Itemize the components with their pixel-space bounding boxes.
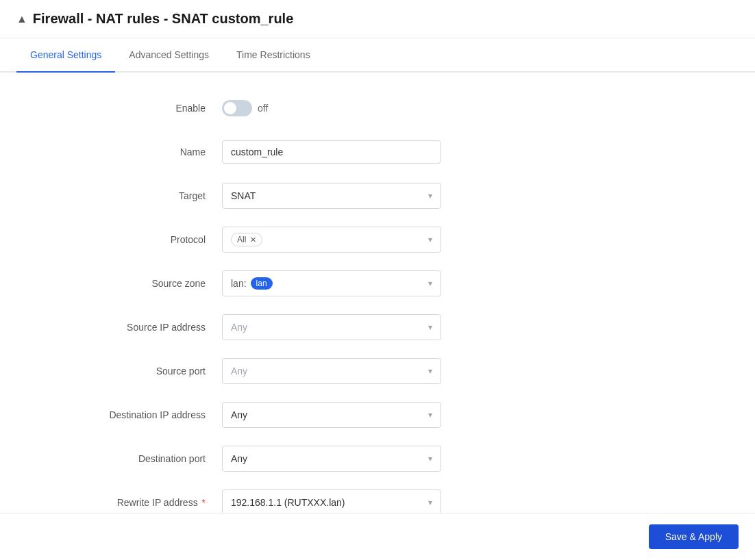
source-ip-select-wrapper: Any ▾ [222,314,441,340]
page-header: ▲ Firewall - NAT rules - SNAT custom_rul… [0,0,755,38]
rewrite-ip-label: Rewrite IP address * [16,497,222,508]
source-ip-control: Any ▾ [222,314,441,340]
tabs-container: General Settings Advanced Settings Time … [0,38,755,73]
protocol-chevron-icon: ▾ [428,235,432,244]
enable-toggle-wrapper: off [222,100,441,116]
source-port-label: Source port [16,366,222,377]
rewrite-ip-value: 192.168.1.1 (RUTXXX.lan) [231,497,345,508]
rewrite-ip-control: 192.168.1.1 (RUTXXX.lan) ▾ [222,489,441,516]
name-row: Name [16,138,600,166]
rewrite-ip-row: Rewrite IP address * 192.168.1.1 (RUTXXX… [16,489,600,516]
enable-toggle[interactable] [222,100,252,116]
source-zone-prefix: lan: [231,278,247,289]
dest-port-label: Destination port [16,453,222,464]
source-ip-value: Any [231,322,247,333]
target-row: Target SNAT ▾ [16,182,600,209]
source-port-row: Source port Any ▾ [16,357,600,385]
protocol-tag-label: All [237,235,246,244]
protocol-value: All ✕ [231,233,262,246]
required-asterisk: * [199,497,206,508]
name-control [222,140,441,164]
rewrite-ip-select-wrapper: 192.168.1.1 (RUTXXX.lan) ▾ [222,489,441,516]
protocol-row: Protocol All ✕ ▾ [16,226,600,253]
dest-port-chevron-icon: ▾ [428,454,432,463]
protocol-select-wrapper: All ✕ ▾ [222,227,441,253]
source-zone-tag: lan [251,277,273,290]
name-label: Name [16,147,222,157]
protocol-tag: All ✕ [231,233,262,246]
dest-port-select[interactable]: Any ▾ [222,446,441,472]
target-label: Target [16,190,222,201]
dest-port-row: Destination port Any ▾ [16,445,600,472]
protocol-tag-close[interactable]: ✕ [250,236,256,244]
source-zone-label: Source zone [16,278,222,289]
enable-status: off [258,103,268,114]
source-ip-label: Source IP address [16,322,222,333]
dest-ip-control: Any ▾ [222,402,441,428]
collapse-icon[interactable]: ▲ [16,13,27,25]
rewrite-ip-select[interactable]: 192.168.1.1 (RUTXXX.lan) ▾ [222,489,441,516]
source-zone-value: lan: lan [231,277,273,290]
enable-row: Enable off [16,94,600,122]
tab-general-settings[interactable]: General Settings [16,38,115,73]
save-apply-button[interactable]: Save & Apply [649,524,739,549]
source-port-control: Any ▾ [222,358,441,384]
source-ip-row: Source IP address Any ▾ [16,314,600,341]
page-title: Firewall - NAT rules - SNAT custom_rule [33,11,293,27]
name-input[interactable] [222,140,441,164]
source-zone-select-wrapper: lan: lan ▾ [222,270,441,296]
protocol-select[interactable]: All ✕ ▾ [222,227,441,253]
enable-control: off [222,100,441,116]
target-select-wrapper: SNAT ▾ [222,183,441,209]
source-zone-row: Source zone lan: lan ▾ [16,270,600,297]
dest-port-select-wrapper: Any ▾ [222,446,441,472]
dest-ip-chevron-icon: ▾ [428,410,432,420]
dest-ip-select[interactable]: Any ▾ [222,402,441,428]
dest-port-control: Any ▾ [222,446,441,472]
rewrite-ip-chevron-icon: ▾ [428,498,432,507]
dest-port-value: Any [231,453,247,464]
source-port-chevron-icon: ▾ [428,366,432,376]
tab-advanced-settings[interactable]: Advanced Settings [115,38,223,73]
source-port-select[interactable]: Any ▾ [222,358,441,384]
protocol-control: All ✕ ▾ [222,227,441,253]
source-ip-select[interactable]: Any ▾ [222,314,441,340]
tab-time-restrictions[interactable]: Time Restrictions [223,38,324,73]
dest-ip-label: Destination IP address [16,409,222,420]
source-zone-chevron-icon: ▾ [428,279,432,288]
source-ip-chevron-icon: ▾ [428,322,432,332]
source-zone-tag-label: lan [256,279,267,288]
toggle-slider [222,100,252,116]
dest-ip-value: Any [231,409,247,420]
source-port-select-wrapper: Any ▾ [222,358,441,384]
target-value: SNAT [231,190,256,201]
protocol-label: Protocol [16,234,222,245]
source-zone-select[interactable]: lan: lan ▾ [222,270,441,296]
dest-ip-row: Destination IP address Any ▾ [16,401,600,429]
dest-ip-select-wrapper: Any ▾ [222,402,441,428]
enable-label: Enable [16,103,222,114]
target-select[interactable]: SNAT ▾ [222,183,441,209]
target-chevron-icon: ▾ [428,191,432,201]
footer: Save & Apply [0,513,755,555]
source-zone-control: lan: lan ▾ [222,270,441,296]
source-port-value: Any [231,366,247,377]
target-control: SNAT ▾ [222,183,441,209]
form-content: Enable off Name Target SNAT ▾ [0,73,617,555]
